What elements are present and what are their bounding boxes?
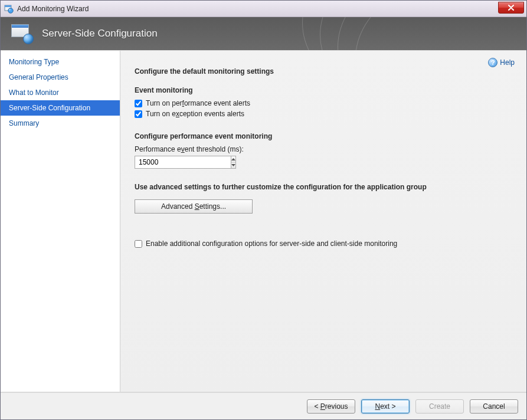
body-area: Monitoring Type General Properties What … xyxy=(1,50,526,392)
banner-title: Server-Side Configuration xyxy=(42,28,158,40)
banner-decoration xyxy=(302,17,526,50)
close-button[interactable] xyxy=(498,2,524,14)
content-pane: ? Help Configure the default monitoring … xyxy=(120,51,526,392)
event-monitoring-heading: Event monitoring xyxy=(135,86,512,94)
help-icon: ? xyxy=(488,58,497,67)
svg-point-3 xyxy=(9,9,11,10)
advanced-heading: Use advanced settings to further customi… xyxy=(135,183,512,191)
perf-config-heading: Configure performance event monitoring xyxy=(135,132,512,140)
help-label: Help xyxy=(500,58,515,67)
threshold-input[interactable] xyxy=(135,156,231,169)
threshold-decrement[interactable] xyxy=(231,163,235,169)
next-button[interactable]: Next > xyxy=(361,399,410,414)
sidebar-item-general-properties[interactable]: General Properties xyxy=(1,70,120,85)
exception-alerts-checkbox[interactable] xyxy=(135,110,142,118)
banner: Server-Side Configuration xyxy=(1,17,526,50)
sidebar-item-summary[interactable]: Summary xyxy=(1,116,120,131)
advanced-settings-button[interactable]: Advanced Settings... xyxy=(135,199,253,214)
window-icon xyxy=(4,4,14,14)
sidebar-item-server-side-configuration[interactable]: Server-Side Configuration xyxy=(1,100,120,116)
create-button: Create xyxy=(415,399,464,414)
perf-alerts-label: Turn on performance event alerts xyxy=(146,99,250,107)
svg-rect-1 xyxy=(5,5,11,7)
sidebar-item-monitoring-type[interactable]: Monitoring Type xyxy=(1,54,120,70)
cancel-button[interactable]: Cancel xyxy=(470,399,518,414)
enable-additional-label: Enable additional configuration options … xyxy=(146,239,397,248)
wizard-window: Add Monitoring Wizard Server-Side Config… xyxy=(0,0,527,420)
enable-additional-checkbox[interactable] xyxy=(135,240,142,248)
sidebar-item-what-to-monitor[interactable]: What to Monitor xyxy=(1,85,120,100)
threshold-spinner-buttons xyxy=(231,156,236,169)
help-link[interactable]: ? Help xyxy=(488,58,515,67)
perf-alerts-row[interactable]: Turn on performance event alerts xyxy=(135,99,512,107)
enable-additional-row[interactable]: Enable additional configuration options … xyxy=(135,239,512,248)
threshold-label: Performance event threshold (ms): xyxy=(135,145,512,153)
exception-alerts-label: Turn on exception events alerts xyxy=(146,110,244,118)
threshold-spinner xyxy=(135,156,236,169)
page-heading: Configure the default monitoring setting… xyxy=(135,67,512,76)
footer: < Previous Next > Create Cancel xyxy=(1,392,526,419)
svg-point-2 xyxy=(8,8,13,12)
titlebar: Add Monitoring Wizard xyxy=(1,1,526,17)
window-title: Add Monitoring Wizard xyxy=(17,5,89,13)
threshold-increment[interactable] xyxy=(231,156,235,163)
exception-alerts-row[interactable]: Turn on exception events alerts xyxy=(135,110,512,118)
banner-icon xyxy=(11,24,32,43)
perf-alerts-checkbox[interactable] xyxy=(135,100,142,107)
sidebar: Monitoring Type General Properties What … xyxy=(1,51,120,392)
previous-button[interactable]: < Previous xyxy=(307,399,355,414)
